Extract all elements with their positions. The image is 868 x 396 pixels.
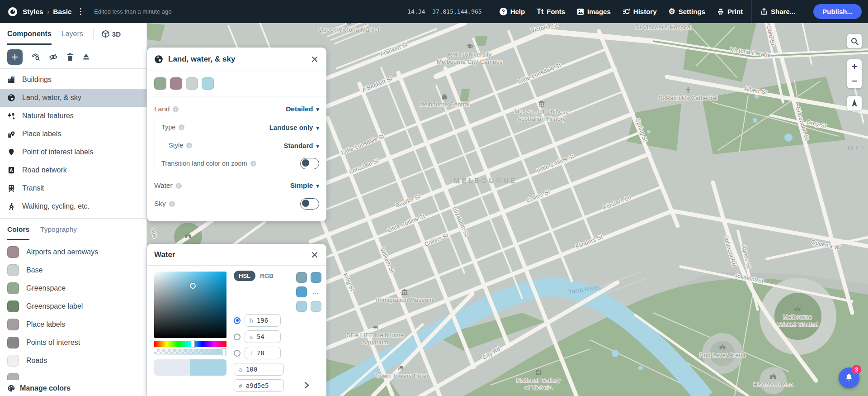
alpha-slider-handle[interactable] bbox=[222, 348, 226, 356]
delete-layer-icon[interactable] bbox=[66, 53, 74, 61]
sidebar-item-place-labels[interactable]: Place labels bbox=[0, 125, 146, 143]
style-dropdown[interactable]: Standard bbox=[283, 142, 319, 149]
recent-color-swatch[interactable] bbox=[311, 301, 321, 312]
map-poi-label: SEA LIFE Melbourne bbox=[347, 332, 404, 339]
info-icon[interactable] bbox=[176, 183, 182, 189]
fonts-button[interactable]: Tt Fonts bbox=[537, 8, 565, 16]
color-item-roads[interactable]: Roads bbox=[0, 352, 146, 370]
sky-toggle[interactable] bbox=[300, 198, 319, 210]
sidebar-item-walking-cycling[interactable]: Walking, cycling, etc. bbox=[0, 197, 146, 215]
saturation-radio[interactable] bbox=[234, 334, 241, 340]
style-menu-kebab-icon[interactable] bbox=[76, 6, 85, 17]
map-compass-control[interactable] bbox=[847, 96, 862, 110]
zoom-out-button[interactable]: − bbox=[847, 74, 862, 88]
color-item-place-labels[interactable]: Place labels bbox=[0, 315, 146, 334]
more-colors-button[interactable]: ... bbox=[311, 286, 321, 297]
sidebar-item-transit[interactable]: Transit bbox=[0, 179, 146, 197]
mapbox-logo bbox=[7, 6, 18, 17]
color-item-points-of-interest[interactable]: Points of interest bbox=[0, 334, 146, 352]
settings-button[interactable]: ⚙ Settings bbox=[669, 8, 705, 15]
print-button[interactable]: Print bbox=[717, 8, 743, 15]
info-icon[interactable] bbox=[179, 124, 184, 130]
help-button[interactable]: ? Help bbox=[500, 8, 525, 15]
land-dropdown[interactable]: Detailed bbox=[286, 105, 319, 113]
breadcrumb-styles[interactable]: Styles bbox=[23, 8, 43, 16]
manage-colors-button[interactable]: Manage colors bbox=[0, 380, 146, 396]
sidebar-item-buildings[interactable]: Buildings bbox=[0, 71, 146, 89]
lightness-radio[interactable] bbox=[234, 350, 241, 357]
tab-components[interactable]: Components bbox=[7, 23, 52, 45]
setting-row-sky: Sky bbox=[147, 195, 326, 213]
recent-color-swatch[interactable] bbox=[296, 286, 307, 297]
close-icon[interactable] bbox=[310, 250, 319, 259]
recent-color-swatch[interactable] bbox=[296, 301, 307, 312]
recent-colors-grid: ... bbox=[296, 272, 321, 312]
search-icon[interactable] bbox=[847, 34, 862, 48]
color-picker-marker[interactable] bbox=[190, 283, 196, 289]
tab-typography[interactable]: Typography bbox=[40, 219, 77, 240]
images-button[interactable]: Images bbox=[577, 8, 611, 15]
rgb-mode-button[interactable]: RGB bbox=[260, 272, 274, 279]
tab-layers[interactable]: Layers bbox=[61, 23, 83, 45]
search-layers-icon[interactable] bbox=[31, 52, 40, 61]
share-button[interactable]: Share... bbox=[760, 8, 795, 15]
recent-color-swatch[interactable] bbox=[296, 272, 307, 283]
pedestrian-icon bbox=[7, 202, 15, 210]
tab-3d[interactable]: 3D bbox=[102, 23, 121, 45]
globe-icon bbox=[154, 55, 163, 64]
expand-panel-icon[interactable] bbox=[302, 380, 311, 391]
topbar-divider bbox=[804, 0, 804, 23]
sidebar-item-natural-features[interactable]: Natural features bbox=[0, 107, 146, 125]
swatch-water[interactable] bbox=[202, 77, 214, 90]
swatch-airports[interactable] bbox=[170, 77, 182, 90]
color-item-greenspace[interactable]: Greenspace bbox=[0, 279, 146, 297]
compass-icon[interactable] bbox=[847, 96, 862, 110]
info-icon[interactable] bbox=[186, 143, 192, 148]
alpha-input[interactable]: a100 bbox=[234, 363, 284, 376]
color-item-base[interactable]: Base bbox=[0, 261, 146, 279]
lightness-input[interactable]: l78 bbox=[245, 347, 281, 359]
color-item-partial[interactable] bbox=[0, 370, 146, 380]
add-component-button[interactable] bbox=[7, 49, 23, 65]
pin-icon bbox=[7, 148, 15, 156]
info-icon[interactable] bbox=[169, 201, 175, 207]
sidebar-item-poi-labels[interactable]: Point of interest labels bbox=[0, 143, 146, 161]
info-icon[interactable] bbox=[173, 106, 179, 112]
saturation-input[interactable]: s54 bbox=[245, 330, 281, 343]
close-icon[interactable] bbox=[310, 55, 319, 64]
saturation-lightness-picker[interactable] bbox=[154, 272, 226, 338]
buildings-icon bbox=[7, 76, 15, 84]
sidebar-item-road-network[interactable]: A Road network bbox=[0, 161, 146, 179]
hsl-mode-button[interactable]: HSL bbox=[234, 271, 255, 281]
notifications-button[interactable]: 3 bbox=[839, 367, 859, 388]
alpha-slider[interactable] bbox=[154, 349, 226, 355]
recent-color-swatch[interactable] bbox=[311, 272, 321, 283]
map-poi-label: St Patrick's Cathedral bbox=[658, 95, 717, 101]
history-button[interactable]: History bbox=[623, 8, 657, 15]
hue-radio[interactable] bbox=[234, 317, 241, 324]
type-dropdown[interactable]: Landuse only bbox=[269, 124, 319, 131]
sidebar-item-land-water-sky[interactable]: Land, water, & sky bbox=[0, 89, 146, 107]
map-search-control[interactable] bbox=[847, 34, 862, 48]
plus-icon bbox=[11, 53, 19, 61]
hue-slider-handle[interactable] bbox=[191, 340, 195, 348]
publish-button[interactable]: Publish... bbox=[813, 4, 862, 19]
tab-colors[interactable]: Colors bbox=[7, 219, 29, 240]
color-item-greenspace-label[interactable]: Greenspace label bbox=[0, 297, 146, 315]
share-icon bbox=[760, 8, 768, 15]
color-item-airports[interactable]: Airports and aeroways bbox=[0, 243, 146, 261]
info-icon[interactable] bbox=[250, 161, 256, 167]
eject-component-icon[interactable] bbox=[82, 53, 90, 61]
hue-slider[interactable] bbox=[154, 341, 226, 347]
hex-input[interactable]: #a9d5e5 bbox=[234, 379, 284, 392]
breadcrumb-style-name[interactable]: Basic bbox=[53, 8, 71, 16]
hide-layer-icon[interactable] bbox=[49, 53, 58, 61]
water-dropdown[interactable]: Simple bbox=[290, 181, 319, 190]
zoom-in-button[interactable]: + bbox=[847, 59, 862, 74]
road-shield-icon: A bbox=[7, 166, 15, 174]
transition-toggle[interactable] bbox=[300, 158, 319, 169]
panel-divider bbox=[291, 271, 291, 376]
swatch-base[interactable] bbox=[186, 77, 198, 90]
swatch-greenspace[interactable] bbox=[154, 77, 166, 90]
hue-input[interactable]: h196 bbox=[245, 314, 281, 327]
